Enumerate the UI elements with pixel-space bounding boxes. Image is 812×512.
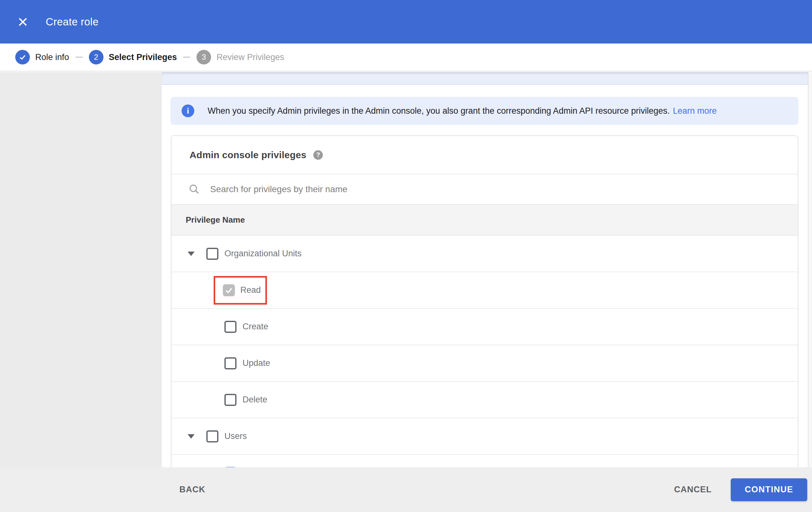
privilege-row-read-org-units: Read [171,272,798,309]
collapse-arrow-icon[interactable] [187,251,195,256]
privilege-label: Users [225,431,247,441]
table-column-header: Privilege Name [171,204,798,236]
close-icon [18,17,28,27]
continue-button[interactable]: CONTINUE [731,478,807,501]
stepper: Role info 2 Select Privileges 3 Review P… [0,44,812,72]
checkbox-users[interactable] [206,430,219,442]
info-banner-text: When you specify Admin privileges in the… [208,106,670,116]
cancel-button[interactable]: CANCEL [668,480,718,499]
learn-more-link[interactable]: Learn more [673,106,717,116]
privilege-row-update: Update [171,345,798,382]
main-area: i When you specify Admin privileges in t… [0,72,812,467]
page-title: Create role [46,16,99,28]
privilege-row-create: Create [171,309,798,345]
privilege-row-delete: Delete [171,382,798,418]
content-panel: i When you specify Admin privileges in t… [162,72,812,467]
step-connector [183,57,190,58]
close-button[interactable] [16,15,30,29]
scrolled-content-peek [162,72,808,85]
checkbox-read-org-units[interactable] [223,284,235,296]
search-icon [188,183,200,195]
step-connector [76,57,83,58]
privilege-label: Create [242,322,268,331]
info-banner: i When you specify Admin privileges in t… [171,97,799,125]
privilege-label: Read [240,285,261,295]
back-button[interactable]: BACK [173,480,212,499]
info-icon: i [181,105,194,117]
footer-action-bar: BACK CANCEL CONTINUE [0,467,812,512]
step-review-privileges[interactable]: 3 Review Privileges [197,50,284,64]
vertical-scrollbar[interactable] [808,72,812,467]
search-input[interactable] [209,184,798,195]
privilege-row-users: Users [171,418,798,455]
privilege-row-read-users: Read [171,455,798,467]
checkbox-delete[interactable] [225,394,236,406]
privilege-label: Delete [242,395,267,405]
privilege-label: Organizational Units [225,249,301,259]
step-label: Select Privileges [109,52,177,62]
privilege-label: Update [242,358,270,368]
step-role-info[interactable]: Role info [15,50,69,64]
privileges-card: Admin console privileges ? Privilege Nam… [171,135,799,467]
step-complete-circle [15,50,30,64]
left-panel [0,72,162,467]
check-icon [19,53,27,61]
step-number: 3 [197,50,211,64]
title-bar: Create role [0,0,812,44]
checkbox-create[interactable] [225,321,236,333]
step-number: 2 [89,50,104,64]
tutorial-highlight-box: Read [214,276,267,304]
privilege-row-organizational-units: Organizational Units [171,236,798,272]
check-icon [224,286,234,295]
help-icon[interactable]: ? [313,150,323,160]
step-select-privileges[interactable]: 2 Select Privileges [89,50,177,64]
card-heading: Admin console privileges ? [171,136,798,174]
checkbox-update[interactable] [225,357,236,369]
step-label: Review Privileges [216,52,284,62]
collapse-arrow-icon[interactable] [187,434,195,439]
search-row [171,174,798,204]
section-title: Admin console privileges [190,150,306,160]
step-label: Role info [35,52,69,62]
checkbox-organizational-units[interactable] [206,248,219,260]
